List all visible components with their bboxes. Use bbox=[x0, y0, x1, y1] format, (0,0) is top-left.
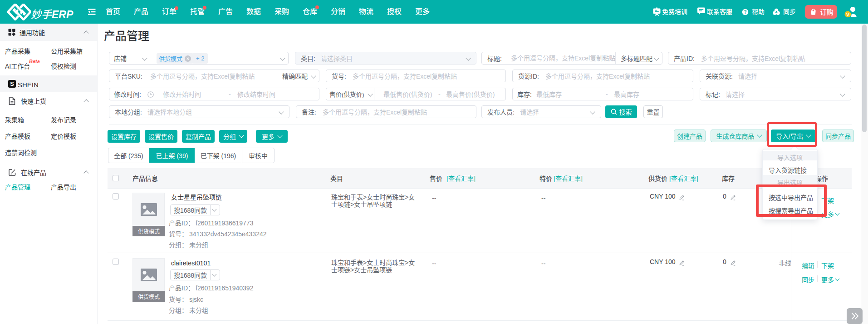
svg-text:?: ? bbox=[744, 10, 746, 15]
svg-text:V: V bbox=[846, 12, 850, 17]
